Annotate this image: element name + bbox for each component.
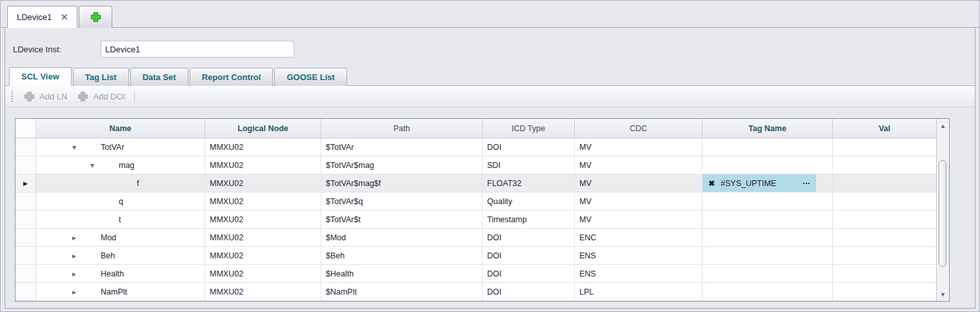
row-indicator[interactable]: ▶	[15, 174, 36, 192]
cell-tag-name[interactable]	[703, 211, 833, 228]
tag-browse-icon[interactable]: •••	[803, 180, 810, 186]
collapse-icon[interactable]: ▾	[72, 143, 76, 151]
expand-icon[interactable]: ▸	[72, 288, 76, 296]
cell-cdc[interactable]: MV	[575, 156, 703, 174]
table-row[interactable]: ▾ TotVAr MMXU02 $TotVAr DOI MV	[15, 138, 936, 156]
cell-tag-name[interactable]	[703, 265, 833, 282]
cell-logical-node[interactable]: MMXU02	[205, 174, 321, 192]
cell-tag-name[interactable]	[703, 229, 833, 246]
cell-name[interactable]: ▾ mag	[36, 156, 205, 174]
cell-path[interactable]: $NamPlt	[321, 283, 483, 300]
row-indicator[interactable]	[15, 156, 36, 174]
table-row-selected[interactable]: ▶ f MMXU02 $TotVAr$mag$f FLOAT32 MV ✖ #S…	[15, 174, 936, 192]
header-path[interactable]: Path	[321, 119, 483, 138]
cell-path[interactable]: $Beh	[321, 247, 483, 264]
cell-cdc[interactable]: LPL	[575, 283, 703, 300]
tab-report-control[interactable]: Report Control	[190, 68, 274, 86]
cell-name[interactable]: q	[36, 192, 205, 210]
cell-val[interactable]	[833, 138, 936, 156]
tag-delete-icon[interactable]: ✖	[708, 179, 715, 188]
cell-path[interactable]: $Mod	[321, 229, 483, 246]
add-ln-button[interactable]: Add LN	[19, 91, 72, 102]
cell-icd-type[interactable]: DOI	[483, 247, 575, 264]
cell-icd-type[interactable]: DOI	[483, 283, 575, 300]
cell-name[interactable]: t	[36, 211, 205, 228]
cell-icd-type[interactable]: DOI	[483, 229, 575, 246]
cell-cdc[interactable]: ENS	[575, 265, 703, 282]
add-doi-button[interactable]: Add DOI	[72, 91, 130, 102]
row-indicator[interactable]	[15, 247, 36, 264]
scrollbar-track[interactable]	[937, 132, 949, 287]
cell-path[interactable]: $TotVAr$t	[321, 211, 483, 228]
cell-path[interactable]: $TotVAr	[321, 138, 483, 156]
tag-chip[interactable]: ✖ #SYS_UPTIME •••	[703, 174, 816, 192]
add-tab-button[interactable]	[79, 6, 112, 28]
cell-cdc[interactable]: MV	[575, 138, 703, 156]
row-indicator[interactable]	[15, 211, 36, 228]
cell-name[interactable]: ▾ TotVAr	[36, 138, 205, 156]
expand-icon[interactable]: ▸	[72, 252, 76, 260]
cell-tag-name[interactable]	[703, 283, 833, 300]
cell-logical-node[interactable]: MMXU02	[205, 283, 321, 300]
cell-val[interactable]	[833, 192, 936, 210]
row-indicator[interactable]	[15, 229, 36, 246]
tab-tag-list[interactable]: Tag List	[73, 68, 129, 86]
toolbar-grip-handle[interactable]	[12, 90, 14, 102]
cell-logical-node[interactable]: MMXU02	[205, 247, 321, 264]
tab-data-set[interactable]: Data Set	[130, 68, 188, 86]
row-indicator[interactable]	[15, 138, 36, 156]
cell-name[interactable]: ▸ Mod	[36, 229, 205, 246]
table-row[interactable]: q MMXU02 $TotVAr$q Quality MV	[15, 192, 936, 211]
document-tab-ldevice1[interactable]: LDevice1 ✕	[7, 6, 77, 28]
cell-logical-node[interactable]: MMXU02	[205, 156, 321, 174]
row-indicator[interactable]	[15, 192, 36, 210]
tab-goose-list[interactable]: GOOSE List	[274, 68, 346, 86]
cell-tag-name[interactable]	[703, 192, 833, 210]
cell-logical-node[interactable]: MMXU02	[205, 265, 321, 282]
header-tag-name[interactable]: Tag Name	[703, 119, 833, 138]
cell-path[interactable]: $TotVAr$mag	[321, 156, 483, 174]
cell-val[interactable]	[833, 229, 936, 246]
header-logical-node[interactable]: Logical Node	[205, 119, 321, 138]
cell-tag-name[interactable]	[703, 156, 833, 174]
header-name[interactable]: Name	[36, 119, 205, 138]
cell-icd-type[interactable]: SDI	[483, 156, 575, 174]
cell-icd-type[interactable]: Timestamp	[483, 211, 575, 228]
cell-icd-type[interactable]: Quality	[483, 192, 575, 210]
vertical-scrollbar[interactable]: ▲ ▼	[936, 119, 949, 301]
cell-val[interactable]	[833, 174, 936, 192]
cell-logical-node[interactable]: MMXU02	[205, 211, 321, 228]
table-row[interactable]: ▸ NamPlt MMXU02 $NamPlt DOI LPL	[15, 283, 936, 301]
header-icd-type[interactable]: ICD Type	[483, 119, 575, 138]
cell-val[interactable]	[833, 283, 936, 300]
tab-scl-view[interactable]: SCL View	[9, 67, 72, 86]
table-row[interactable]: ▸ Health MMXU02 $Health DOI ENS	[15, 265, 936, 283]
cell-cdc[interactable]: ENS	[575, 247, 703, 264]
table-row[interactable]: t MMXU02 $TotVAr$t Timestamp MV	[15, 211, 936, 229]
collapse-icon[interactable]: ▾	[90, 161, 94, 169]
row-indicator[interactable]	[15, 283, 36, 300]
row-indicator[interactable]	[15, 265, 36, 282]
header-cdc[interactable]: CDC	[575, 119, 703, 138]
cell-logical-node[interactable]: MMXU02	[205, 192, 321, 210]
cell-icd-type[interactable]: DOI	[483, 265, 575, 282]
close-tab-icon[interactable]: ✕	[61, 12, 68, 22]
scrollbar-thumb[interactable]	[939, 160, 946, 267]
table-row[interactable]: ▸ Mod MMXU02 $Mod DOI ENC	[15, 229, 936, 247]
ldevice-inst-input[interactable]	[101, 41, 294, 57]
cell-cdc[interactable]: ENC	[575, 229, 703, 246]
cell-cdc[interactable]: MV	[575, 174, 703, 192]
header-val[interactable]: Val	[833, 119, 936, 138]
cell-tag-name[interactable]: ✖ #SYS_UPTIME •••	[703, 174, 833, 192]
table-row[interactable]: ▸ Beh MMXU02 $Beh DOI ENS	[15, 247, 936, 265]
cell-logical-node[interactable]: MMXU02	[205, 229, 321, 246]
expand-icon[interactable]: ▸	[72, 270, 76, 278]
cell-path[interactable]: $TotVAr$q	[321, 192, 483, 210]
cell-logical-node[interactable]: MMXU02	[205, 138, 321, 156]
cell-tag-name[interactable]	[703, 247, 833, 264]
cell-path[interactable]: $Health	[321, 265, 483, 282]
cell-icd-type[interactable]: DOI	[483, 138, 575, 156]
scroll-down-icon[interactable]: ▼	[937, 287, 949, 301]
cell-tag-name[interactable]	[703, 138, 833, 156]
scroll-up-icon[interactable]: ▲	[937, 119, 949, 132]
